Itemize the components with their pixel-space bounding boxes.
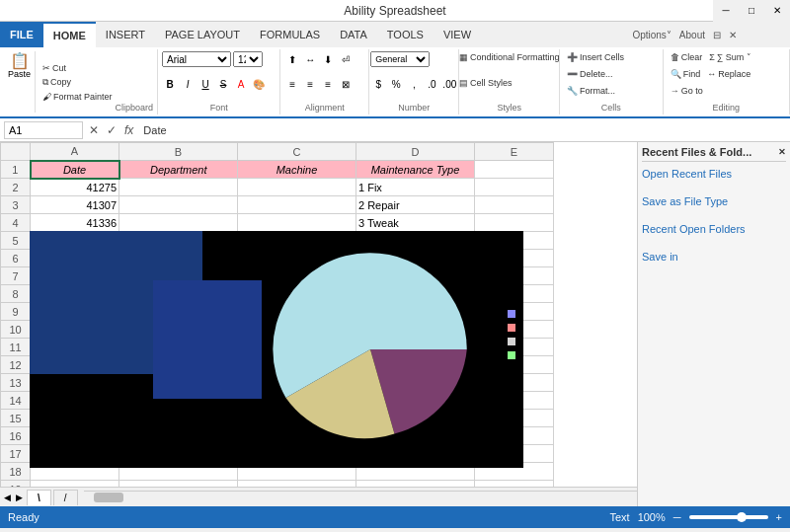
fill-color-button[interactable]: 🎨 <box>251 77 267 93</box>
fx-button[interactable]: fx <box>122 123 135 137</box>
cell-e3[interactable] <box>475 196 554 214</box>
window-min2[interactable]: ⊟ <box>709 30 725 40</box>
italic-button[interactable]: I <box>180 77 196 93</box>
minimize-button[interactable]: ─ <box>713 0 739 22</box>
cancel-button-formula[interactable]: ✕ <box>87 123 101 137</box>
col-header-e[interactable]: E <box>475 143 554 161</box>
cell-e4[interactable] <box>475 214 554 232</box>
tab-tools[interactable]: TOOLS <box>377 22 434 47</box>
decrease-decimal-button[interactable]: .0 <box>424 77 439 93</box>
zoom-thumb[interactable] <box>737 512 747 522</box>
font-size-select[interactable]: 12 <box>233 51 263 67</box>
align-middle-button[interactable]: ↔ <box>302 51 318 67</box>
tab-insert[interactable]: INSERT <box>96 22 155 47</box>
cell-a1[interactable]: Date <box>31 161 119 179</box>
align-left-button[interactable]: ≡ <box>284 77 300 93</box>
align-center-button[interactable]: ≡ <box>302 77 318 93</box>
close-button[interactable]: ✕ <box>764 0 790 22</box>
recent-open-folders-link[interactable]: Recent Open Folders <box>642 221 786 237</box>
cut-button[interactable]: ✂ Cut <box>40 62 116 74</box>
sheet-prev-button[interactable]: ◀ <box>2 493 13 502</box>
number-format-select[interactable]: General <box>370 51 430 67</box>
cell-d19[interactable] <box>356 481 475 488</box>
col-header-b[interactable]: B <box>119 143 238 161</box>
tab-view[interactable]: VIEW <box>434 22 481 47</box>
insert-cells-button[interactable]: ➕ Insert Cells <box>564 51 627 63</box>
col-header-d[interactable]: D <box>356 143 475 161</box>
cell-a19[interactable] <box>31 481 119 488</box>
panel-close-button[interactable]: ✕ <box>778 147 786 157</box>
sheet-next-button[interactable]: ▶ <box>14 493 25 502</box>
bold-button[interactable]: B <box>162 77 178 93</box>
clear-button[interactable]: 🗑 Clear <box>668 51 706 63</box>
find-button[interactable]: 🔍 Find <box>668 68 704 80</box>
maximize-button[interactable]: □ <box>739 0 764 22</box>
underline-button[interactable]: U <box>198 77 213 93</box>
paste-button[interactable]: 📋 Paste <box>4 51 36 113</box>
align-top-button[interactable]: ⬆ <box>284 51 300 67</box>
conditional-formatting-button[interactable]: ▦ Conditional Formatting <box>456 51 563 63</box>
cell-d4[interactable]: 3 Tweak <box>356 214 475 232</box>
cell-b19[interactable] <box>119 481 238 488</box>
cell-a2[interactable]: 41275 <box>31 179 119 196</box>
scrollbar-thumb[interactable] <box>94 493 123 502</box>
cell-e2[interactable] <box>475 179 554 196</box>
cell-styles-button[interactable]: ▤ Cell Styles <box>456 77 515 89</box>
horizontal-scrollbar[interactable] <box>84 491 637 504</box>
save-as-file-type-link[interactable]: Save as File Type <box>642 193 786 209</box>
cell-c2[interactable] <box>238 179 356 196</box>
tab-home[interactable]: HOME <box>43 22 96 47</box>
tab-data[interactable]: DATA <box>330 22 377 47</box>
strikethrough-button[interactable]: S <box>215 77 231 93</box>
confirm-button-formula[interactable]: ✓ <box>105 123 118 137</box>
cell-a4[interactable]: 41336 <box>31 214 119 232</box>
cell-d2[interactable]: 1 Fix <box>356 179 475 196</box>
tab-page-layout[interactable]: PAGE LAYOUT <box>155 22 250 47</box>
cell-c1[interactable]: Machine <box>238 161 356 179</box>
cell-e1[interactable] <box>475 161 554 179</box>
format-button[interactable]: 🔧 Format... <box>564 85 618 97</box>
zoom-in-button[interactable]: + <box>776 511 782 523</box>
zoom-out-button[interactable]: ─ <box>673 511 681 523</box>
cell-c4[interactable] <box>238 214 356 232</box>
chart-container[interactable] <box>30 231 523 468</box>
sheet-tab-backslash[interactable]: \ <box>27 490 51 505</box>
increase-decimal-button[interactable]: .00 <box>441 77 457 93</box>
delete-button[interactable]: ➖ Delete... <box>564 68 616 80</box>
cell-b1[interactable]: Department <box>119 161 238 179</box>
format-painter-button[interactable]: 🖌 Format Painter <box>40 91 116 103</box>
cell-d3[interactable]: 2 Repair <box>356 196 475 214</box>
cell-c3[interactable] <box>238 196 356 214</box>
wrap-text-button[interactable]: ⏎ <box>338 51 354 67</box>
merge-button[interactable]: ⊠ <box>338 77 354 93</box>
col-header-a[interactable]: A <box>31 143 119 161</box>
cell-e19[interactable] <box>475 481 554 488</box>
align-bottom-button[interactable]: ⬇ <box>320 51 336 67</box>
sum-button[interactable]: Σ ∑ Sum ˅ <box>706 51 754 63</box>
name-box[interactable] <box>4 121 83 139</box>
sheet-tab-slash[interactable]: / <box>53 490 78 505</box>
comma-button[interactable]: , <box>406 77 422 93</box>
cell-b3[interactable] <box>119 196 238 214</box>
tab-file[interactable]: FILE <box>0 22 43 47</box>
font-name-select[interactable]: Arial <box>162 51 231 67</box>
window-close2[interactable]: ✕ <box>725 30 741 40</box>
font-color-button[interactable]: A <box>233 77 249 93</box>
cell-a3[interactable]: 41307 <box>31 196 119 214</box>
cell-b4[interactable] <box>119 214 238 232</box>
cell-c19[interactable] <box>238 481 356 488</box>
about-link[interactable]: About <box>675 30 709 40</box>
percent-button[interactable]: % <box>388 77 404 93</box>
formula-content[interactable]: Date <box>139 124 786 136</box>
cell-d1[interactable]: Maintenance Type <box>356 161 475 179</box>
options-link[interactable]: Options˅ <box>628 30 674 40</box>
zoom-slider[interactable] <box>689 515 768 519</box>
tab-formulas[interactable]: FORMULAS <box>250 22 330 47</box>
col-header-c[interactable]: C <box>238 143 356 161</box>
go-to-button[interactable]: → Go to <box>668 85 706 97</box>
save-in-link[interactable]: Save in <box>642 249 786 265</box>
currency-button[interactable]: $ <box>370 77 386 93</box>
sheet-table-wrapper[interactable]: A B C D E 1 Date Department Machine Main… <box>0 142 637 487</box>
align-right-button[interactable]: ≡ <box>320 77 336 93</box>
cell-b2[interactable] <box>119 179 238 196</box>
